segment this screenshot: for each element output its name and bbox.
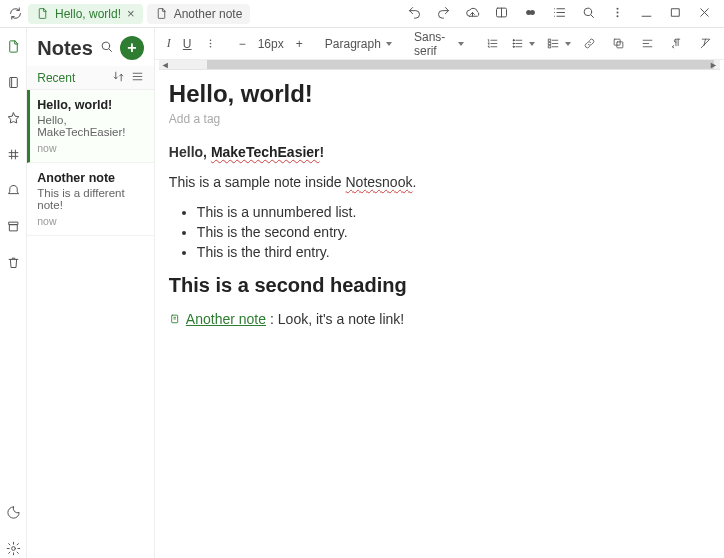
add-note-button[interactable]: + <box>120 36 144 60</box>
underline-button[interactable]: U <box>179 35 196 53</box>
rail-trash-icon[interactable] <box>3 252 23 272</box>
svg-point-18 <box>513 46 514 47</box>
svg-point-2 <box>530 10 535 15</box>
block-type-select[interactable]: Paragraph <box>321 35 396 53</box>
editor: I U − 16px + Paragraph Sans-serif ◄► <box>155 28 724 558</box>
note-title: Hello, world! <box>37 98 144 112</box>
sync-icon[interactable] <box>4 6 26 21</box>
note-item[interactable]: Hello, world! Hello, MakeTechEasier! now <box>27 90 154 163</box>
checklist-icon[interactable] <box>543 35 575 52</box>
align-icon[interactable] <box>637 35 658 52</box>
font-family-select[interactable]: Sans-serif <box>410 28 468 60</box>
svg-rect-19 <box>549 39 551 41</box>
search-icon[interactable] <box>581 5 596 23</box>
heading-2[interactable]: This is a second heading <box>169 274 710 297</box>
svg-rect-7 <box>672 8 680 16</box>
sidebar-title: Notes <box>37 37 93 60</box>
maximize-icon[interactable] <box>668 5 683 23</box>
svg-point-6 <box>617 15 619 17</box>
document-title[interactable]: Hello, world! <box>169 80 710 108</box>
list-item[interactable]: This is a unnumbered list. <box>197 204 710 220</box>
tab-hello-world[interactable]: Hello, world! × <box>28 4 143 24</box>
sidebar: Notes + Recent Hello, world! Hello, Make… <box>27 28 155 558</box>
more-format-icon[interactable] <box>200 35 221 52</box>
view-icon[interactable] <box>131 70 144 85</box>
svg-point-16 <box>513 40 514 41</box>
rail-settings-icon[interactable] <box>3 538 23 558</box>
paragraph[interactable]: This is a sample note inside Notesnook. <box>169 174 710 190</box>
svg-point-4 <box>617 7 619 9</box>
undo-icon[interactable] <box>407 5 422 23</box>
focus-mode-icon[interactable] <box>523 5 538 23</box>
font-size-value[interactable]: 16px <box>254 35 288 53</box>
list-item[interactable]: This is the second entry. <box>197 224 710 240</box>
rail-notes-icon[interactable] <box>3 36 23 56</box>
tab-another-note[interactable]: Another note <box>147 4 251 24</box>
rail-tag-icon[interactable] <box>3 144 23 164</box>
note-link-icon <box>169 313 182 326</box>
svg-point-14 <box>209 43 211 45</box>
note-time: now <box>37 142 144 154</box>
nav-rail <box>0 28 27 558</box>
link-icon[interactable] <box>579 35 600 52</box>
sidebar-search-icon[interactable] <box>99 39 114 57</box>
rail-notebook-icon[interactable] <box>3 72 23 92</box>
rtl-icon[interactable] <box>666 35 687 52</box>
svg-rect-20 <box>549 42 551 44</box>
recent-label: Recent <box>37 71 112 85</box>
svg-point-3 <box>584 8 592 16</box>
note-link[interactable]: Another note <box>186 311 266 327</box>
redo-icon[interactable] <box>436 5 451 23</box>
cloud-upload-icon[interactable] <box>465 5 480 23</box>
copy-icon[interactable] <box>608 35 629 52</box>
svg-point-12 <box>102 42 110 50</box>
recent-header[interactable]: Recent <box>27 66 154 90</box>
rail-archive-icon[interactable] <box>3 216 23 236</box>
note-time: now <box>37 215 144 227</box>
kebab-icon[interactable] <box>610 5 625 23</box>
note-preview: This is a different note! <box>37 187 144 211</box>
svg-rect-8 <box>9 77 17 87</box>
rail-reminder-icon[interactable] <box>3 180 23 200</box>
bullet-list[interactable]: This is a unnumbered list. This is the s… <box>197 204 710 260</box>
svg-point-15 <box>209 46 211 48</box>
close-icon[interactable]: × <box>127 7 135 20</box>
paragraph[interactable]: Hello, MakeTechEasier! <box>169 144 710 160</box>
clear-format-icon[interactable] <box>695 35 716 52</box>
list-item[interactable]: This is the third entry. <box>197 244 710 260</box>
editor-toolbar: I U − 16px + Paragraph Sans-serif <box>155 28 724 60</box>
svg-point-17 <box>513 43 514 44</box>
ruler[interactable]: ◄► <box>159 60 720 70</box>
list-icon[interactable] <box>552 5 567 23</box>
svg-point-11 <box>11 546 15 550</box>
rail-theme-icon[interactable] <box>3 502 23 522</box>
ordered-list-icon[interactable] <box>482 35 503 52</box>
note-preview: Hello, MakeTechEasier! <box>37 114 144 138</box>
svg-point-5 <box>617 11 619 13</box>
tag-input[interactable]: Add a tag <box>169 112 710 126</box>
italic-button[interactable]: I <box>163 34 175 53</box>
minimize-icon[interactable] <box>639 5 654 23</box>
svg-rect-21 <box>549 46 551 48</box>
close-window-icon[interactable] <box>697 5 712 23</box>
note-item[interactable]: Another note This is a different note! n… <box>27 163 154 236</box>
paragraph[interactable]: Another note : Look, it's a note link! <box>169 311 710 327</box>
rail-star-icon[interactable] <box>3 108 23 128</box>
tab-bar: Hello, world! × Another note <box>26 4 407 24</box>
svg-rect-10 <box>9 224 17 230</box>
document-content[interactable]: Hello, world! Add a tag Hello, MakeTechE… <box>155 70 724 558</box>
note-title: Another note <box>37 171 144 185</box>
panel-icon[interactable] <box>494 5 509 23</box>
sort-icon[interactable] <box>112 70 125 85</box>
svg-point-13 <box>209 39 211 41</box>
window-actions <box>407 5 720 23</box>
font-size-increase[interactable]: + <box>292 35 307 53</box>
font-size-decrease[interactable]: − <box>235 35 250 53</box>
tab-label: Hello, world! <box>55 7 121 21</box>
bullet-list-icon[interactable] <box>507 35 539 52</box>
tab-label: Another note <box>174 7 243 21</box>
